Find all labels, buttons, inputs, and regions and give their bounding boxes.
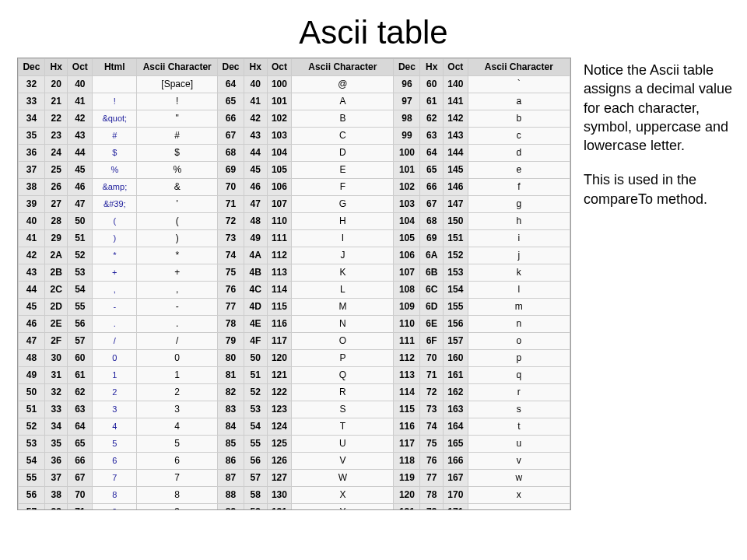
cell-dec: 71 xyxy=(218,196,244,213)
cell-hx: 4A xyxy=(244,247,267,264)
cell-hx: 4F xyxy=(244,333,267,350)
cell-char: & xyxy=(137,179,218,196)
cell-oct: 127 xyxy=(267,470,292,487)
cell-oct: 147 xyxy=(443,196,468,213)
cell-html: . xyxy=(93,316,137,333)
cell-hx: 21 xyxy=(44,93,68,110)
col-hx: Hx xyxy=(244,59,267,76)
cell-dec: 74 xyxy=(218,247,244,264)
cell-hx: 28 xyxy=(44,213,68,230)
cell-hx: 74 xyxy=(420,418,444,436)
cell-dec: 120 xyxy=(394,487,420,504)
cell-char: H xyxy=(292,213,394,230)
table-row: 533565558555125U11775165u xyxy=(19,436,570,453)
cell-char: s xyxy=(468,401,570,418)
cell-char: 7 xyxy=(137,470,218,487)
col-dec: Dec xyxy=(394,59,420,76)
table-row: 472F57//794F117O1116F157o xyxy=(19,333,570,350)
cell-oct: 43 xyxy=(68,128,93,145)
cell-html: - xyxy=(93,299,137,316)
page-title: Ascii table xyxy=(0,0,747,58)
cell-hx: 23 xyxy=(44,128,68,145)
cell-oct: 102 xyxy=(267,110,292,128)
cell-char: # xyxy=(137,128,218,145)
cell-dec: 36 xyxy=(19,145,45,162)
cell-char: M xyxy=(292,299,394,316)
cell-dec: 99 xyxy=(394,128,420,145)
cell-dec: 107 xyxy=(394,264,420,282)
col-char: Ascii Character xyxy=(468,59,570,76)
table-row: 342242&quot;"6642102B9862142b xyxy=(19,110,570,128)
cell-dec: 68 xyxy=(218,145,244,162)
cell-dec: 103 xyxy=(394,196,420,213)
cell-hx: 34 xyxy=(44,418,68,436)
cell-char: q xyxy=(468,367,570,384)
cell-hx: 32 xyxy=(44,384,68,401)
cell-hx: 52 xyxy=(244,384,267,401)
cell-char: g xyxy=(468,196,570,213)
cell-oct: 60 xyxy=(68,350,93,367)
cell-oct: 101 xyxy=(267,93,292,110)
cell-html: 2 xyxy=(93,384,137,401)
cell-oct: 111 xyxy=(267,230,292,247)
cell-char: w xyxy=(468,470,570,487)
cell-hx: 35 xyxy=(44,436,68,453)
cell-dec: 82 xyxy=(218,384,244,401)
cell-char: 8 xyxy=(137,487,218,504)
cell-char: 1 xyxy=(137,367,218,384)
cell-hx: 69 xyxy=(420,230,444,247)
cell-oct: 47 xyxy=(68,196,93,213)
cell-char: 6 xyxy=(137,453,218,470)
cell-hx: 62 xyxy=(420,110,444,128)
cell-hx: 44 xyxy=(244,145,267,162)
cell-dec: 52 xyxy=(19,418,45,436)
cell-dec: 116 xyxy=(394,418,420,436)
cell-oct: 61 xyxy=(68,367,93,384)
cell-char: m xyxy=(468,299,570,316)
cell-hx: 6A xyxy=(420,247,444,264)
cell-char: Y xyxy=(292,504,394,511)
cell-dec: 105 xyxy=(394,230,420,247)
cell-dec: 77 xyxy=(218,299,244,316)
cell-dec: 119 xyxy=(394,470,420,487)
cell-char: t xyxy=(468,418,570,436)
cell-char: % xyxy=(137,162,218,179)
cell-char: P xyxy=(292,350,394,367)
cell-char: , xyxy=(137,282,218,299)
table-row: 573971998959131Y12179171y xyxy=(19,504,570,511)
cell-hx: 60 xyxy=(420,76,444,93)
cell-dec: 98 xyxy=(394,110,420,128)
cell-hx: 66 xyxy=(420,179,444,196)
cell-hx: 55 xyxy=(244,436,267,453)
cell-char: L xyxy=(292,282,394,299)
cell-hx: 30 xyxy=(44,350,68,367)
cell-oct: 65 xyxy=(68,436,93,453)
table-row: 452D55--774D115M1096D155m xyxy=(19,299,570,316)
table-row: 563870888858130X12078170x xyxy=(19,487,570,504)
cell-char: 2 xyxy=(137,384,218,401)
cell-dec: 76 xyxy=(218,282,244,299)
cell-dec: 42 xyxy=(19,247,45,264)
cell-oct: 120 xyxy=(267,350,292,367)
col-char: Ascii Character xyxy=(292,59,394,76)
cell-char: " xyxy=(137,110,218,128)
cell-dec: 32 xyxy=(19,76,45,93)
cell-dec: 112 xyxy=(394,350,420,367)
cell-dec: 97 xyxy=(394,93,420,110)
cell-char: B xyxy=(292,110,394,128)
table-row: 503262228252122R11472162r xyxy=(19,384,570,401)
col-hx: Hx xyxy=(44,59,68,76)
cell-dec: 47 xyxy=(19,333,45,350)
cell-hx: 42 xyxy=(244,110,267,128)
cell-oct: 100 xyxy=(267,76,292,93)
cell-oct: 121 xyxy=(267,367,292,384)
cell-html: &#39; xyxy=(93,196,137,213)
cell-char: x xyxy=(468,487,570,504)
cell-html: 8 xyxy=(93,487,137,504)
table-row: 553767778757127W11977167w xyxy=(19,470,570,487)
table-row: 462E56..784E116N1106E156n xyxy=(19,316,570,333)
cell-dec: 69 xyxy=(218,162,244,179)
cell-char: l xyxy=(468,282,570,299)
cell-oct: 45 xyxy=(68,162,93,179)
cell-hx: 6D xyxy=(420,299,444,316)
